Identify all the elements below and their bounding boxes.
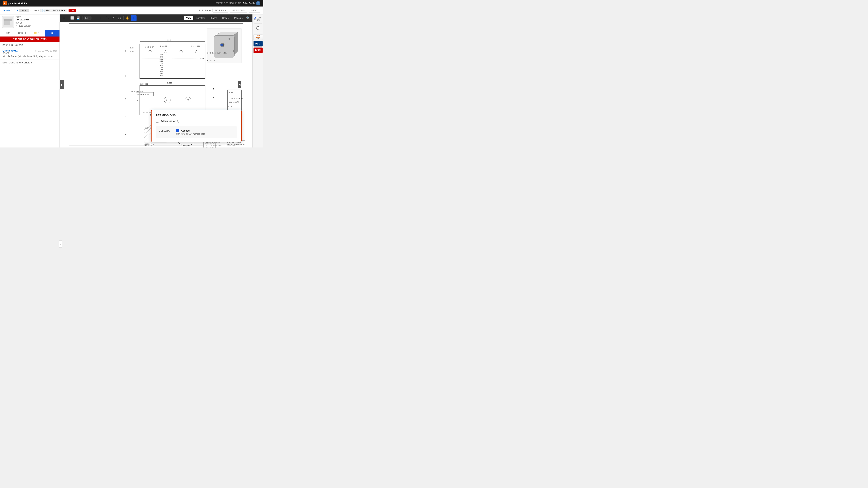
tab-price[interactable]: $ — [45, 30, 60, 36]
select-area-icon[interactable]: ⬚ — [117, 15, 122, 21]
view-tab-shapes[interactable]: Shapes — [208, 16, 220, 20]
svg-text:2.000: 2.000 — [159, 65, 163, 66]
breadcrumb-separator: / — [31, 9, 31, 12]
svg-text:4 X ⌀0.126: 4 X ⌀0.126 — [207, 60, 215, 62]
svg-text:3.437: 3.437 — [159, 71, 163, 72]
zoom-in-icon[interactable]: + — [98, 15, 104, 21]
part-chip-icon: 📄 — [42, 9, 45, 12]
top-bar-right: PAPERLESS MACHINING John Smith JS — [216, 1, 260, 5]
avatar: JS — [256, 1, 260, 5]
toolbar-divider-2 — [82, 16, 83, 20]
svg-text:E: E — [125, 75, 126, 77]
svg-text:A: A — [213, 88, 214, 90]
svg-text:0.009 X 45°: 0.009 X 45° — [145, 46, 154, 48]
left-sidebar: PART PP-1212-066 REV A PP-1212-066.pdf B… — [0, 14, 60, 148]
skip-to-button[interactable]: SKIP TO ▾ — [213, 8, 228, 13]
view-tabs: View Annotate Shapes Redact Measure — [184, 16, 245, 20]
itar-badge: ITAR — [68, 9, 76, 12]
svg-text:0.381: 0.381 — [222, 52, 226, 54]
pem-logo[interactable]: PEM — [253, 41, 263, 46]
quote-id[interactable]: Quote #1012 — [3, 49, 18, 52]
svg-point-76 — [238, 101, 239, 102]
rev-option[interactable]: REV — [254, 19, 260, 21]
app-logo-text: paperlessPARTS — [8, 2, 27, 5]
tab-files[interactable]: 📁 (1) — [30, 30, 45, 36]
svg-text:REMOVE BURRS: REMOVE BURRS — [227, 145, 236, 147]
search-icon[interactable]: 🔍 — [245, 15, 251, 21]
svg-point-30 — [149, 51, 151, 53]
svg-text:0.343: 0.343 — [159, 56, 163, 58]
menu-icon[interactable]: ☰ — [61, 15, 67, 21]
admin-info-icon[interactable]: i — [177, 120, 180, 123]
main-layout: PART PP-1212-066 REV A PP-1212-066.pdf B… — [0, 14, 263, 148]
cui-access-label: Access — [181, 129, 190, 132]
svg-text:0.375: 0.375 — [217, 52, 221, 54]
toolbar-divider-3 — [123, 16, 124, 20]
pan-icon[interactable]: ✋ — [125, 15, 130, 21]
svg-point-32 — [180, 51, 182, 53]
svg-point-64 — [185, 97, 191, 103]
svg-rect-3 — [10, 20, 12, 21]
quote-author: Michelle Brown (michelle.brown@skywingin… — [3, 55, 57, 58]
svg-text:1.101: 1.101 — [159, 58, 163, 60]
svg-text:1.500: 1.500 — [159, 63, 163, 64]
next-button[interactable]: NEXT — [249, 8, 260, 13]
svg-text:3.450: 3.450 — [159, 73, 163, 74]
fit-page-icon[interactable]: ⛶ — [104, 15, 110, 21]
cui-row: CUI DATA ✓ Access Can view all CUI-marke… — [159, 129, 234, 135]
scroll-left-button[interactable]: ▶ — [60, 80, 64, 89]
viewer-toolbar: ☰ ⬜ 💾 97% ▾ − + ⛶ ↗ ⬚ ✋ ⊹ View Annotate … — [60, 14, 252, 22]
svg-text:3.500: 3.500 — [159, 75, 163, 76]
viewer-area: ☰ ⬜ 💾 97% ▾ − + ⛶ ↗ ⬚ ✋ ⊹ View Annotate … — [60, 14, 252, 148]
svg-text:SCALE 2.6 : 1: SCALE 2.6 : 1 — [145, 145, 155, 147]
permissions-title: PERMISSIONS — [156, 114, 237, 117]
svg-text:0.063: 0.063 — [130, 51, 134, 52]
svg-text:0.938: 0.938 — [233, 101, 237, 103]
zoom-control[interactable]: 97% ▾ — [84, 17, 92, 20]
part-number: PP-1212-066 — [16, 18, 57, 21]
drawing-canvas: ▶ F E D C B A A B D — [60, 22, 252, 148]
svg-text:D: D — [125, 98, 126, 101]
admin-checkbox[interactable] — [156, 120, 159, 123]
top-bar: P paperlessPARTS PAPERLESS MACHINING Joh… — [0, 0, 263, 6]
cui-access-checkbox[interactable]: ✓ — [176, 129, 179, 132]
quote-link[interactable]: Quote #1012 — [3, 9, 18, 12]
svg-text:⊕ 0.001 M A B M: ⊕ 0.001 M A B M — [137, 93, 149, 95]
rev-label: REV — [16, 22, 20, 24]
breadcrumb: Quote #1012 DRAFT / Line 1 📄 PP-1212-066… — [0, 6, 263, 14]
breadcrumb-right: 1 of 1 items SKIP TO ▾ PREVIOUS NEXT — [199, 8, 260, 13]
svg-text:0.188: 0.188 — [200, 58, 204, 59]
view-tab-measure[interactable]: Measure — [232, 16, 245, 20]
svg-point-23 — [220, 44, 223, 46]
scroll-right-button[interactable]: ◀ — [238, 81, 241, 88]
tab-cad[interactable]: CAD (0) — [15, 30, 30, 36]
page-layout-icon[interactable]: ⬜ — [69, 15, 75, 21]
view-tab-view[interactable]: View — [184, 16, 193, 20]
svg-text:0.157: 0.157 — [159, 54, 163, 56]
sidebar-tabs: BOM CAD (0) 📁 (1) $ — [0, 30, 60, 36]
num-radio[interactable] — [254, 17, 256, 19]
save-icon[interactable]: 💾 — [75, 15, 81, 21]
zoom-out-icon[interactable]: − — [92, 15, 98, 21]
part-chip-number: PP-1212-066 — [45, 9, 58, 12]
previous-button[interactable]: PREVIOUS — [230, 8, 247, 13]
found-section-title: FOUND IN 1 QUOTE — [0, 42, 60, 47]
view-tab-redact[interactable]: Redact — [220, 16, 231, 20]
select-icon[interactable]: ⊹ — [131, 15, 136, 21]
svg-text:B: B — [213, 96, 214, 98]
view-tab-annotate[interactable]: Annotate — [194, 16, 207, 20]
rotate-icon[interactable]: ↗ — [110, 15, 116, 21]
svg-text:2X ↓0.05⌀0.100: 2X ↓0.05⌀0.100 — [131, 91, 143, 92]
svg-marker-16 — [214, 35, 235, 58]
svg-text:C: C — [125, 115, 126, 118]
right-panel-divider-2 — [254, 33, 262, 33]
msc-logo[interactable]: MSC — [253, 47, 263, 53]
rev-radio[interactable] — [254, 19, 256, 21]
num-option[interactable]: NUM — [254, 17, 261, 19]
tab-bom[interactable]: BOM — [0, 30, 15, 36]
svg-text:1.750: 1.750 — [134, 100, 138, 101]
cui-access-desc: Can view all CUI-marked data — [176, 133, 205, 135]
online-metals-logo[interactable]: OnlineMetals.com — [253, 34, 263, 40]
export-controlled-bar: EXPORT CONTROLLED (ITAR) — [0, 36, 60, 42]
chat-icon-button[interactable]: 💬 — [253, 25, 263, 31]
